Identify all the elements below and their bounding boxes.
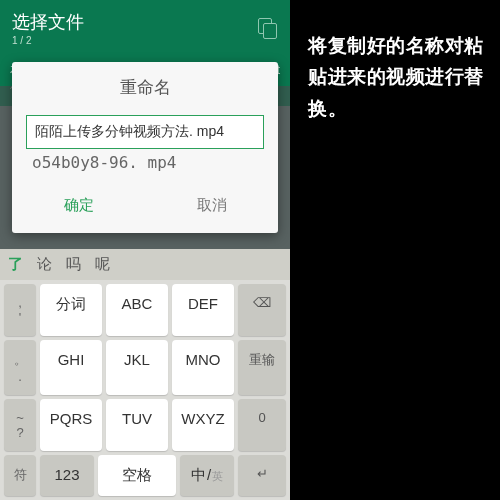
key-fenci[interactable]: 分词 xyxy=(40,284,102,336)
instruction-text: 将复制好的名称对粘贴进来的视频进行替换。 xyxy=(290,0,500,500)
backspace-key[interactable] xyxy=(238,284,286,336)
numeric-key[interactable]: 123 xyxy=(40,455,94,496)
suggestion[interactable]: 论 xyxy=(37,255,52,274)
suggestion[interactable]: 了 xyxy=(8,255,23,274)
symbol-key[interactable]: 符 xyxy=(4,455,36,496)
ok-button[interactable]: 确定 xyxy=(12,186,145,225)
space-key[interactable]: 空格 xyxy=(98,455,176,496)
header-title: 选择文件 xyxy=(12,10,84,34)
key-ghi[interactable]: GHI xyxy=(40,340,102,395)
dialog-title: 重命名 xyxy=(12,62,278,109)
suggestion-bar: 了 论 吗 呢 xyxy=(0,249,290,280)
key-punct[interactable]: 。. xyxy=(4,340,36,395)
key-pqrs[interactable]: PQRS xyxy=(40,399,102,451)
original-filename: o54b0y8-96. mp4 xyxy=(32,153,258,172)
app-header: 选择文件 1 / 2 xyxy=(0,0,290,56)
suggestion[interactable]: 吗 xyxy=(66,255,81,274)
suggestion[interactable]: 呢 xyxy=(95,255,110,274)
header-counter: 1 / 2 xyxy=(12,35,84,46)
filename-input[interactable]: 陌陌上传多分钟视频方法. mp4 xyxy=(26,115,264,149)
key-def[interactable]: DEF xyxy=(172,284,234,336)
key-tuv[interactable]: TUV xyxy=(106,399,168,451)
key-zero[interactable]: 0 xyxy=(238,399,286,451)
copy-icon[interactable] xyxy=(258,18,278,38)
rename-dialog: 重命名 陌陌上传多分钟视频方法. mp4 o54b0y8-96. mp4 确定 … xyxy=(12,62,278,233)
enter-key[interactable]: ↵ xyxy=(238,455,286,496)
key-abc[interactable]: ABC xyxy=(106,284,168,336)
key-wxyz[interactable]: WXYZ xyxy=(172,399,234,451)
retype-key[interactable]: 重输 xyxy=(238,340,286,395)
key-punct[interactable]: ~? xyxy=(4,399,36,451)
key-jkl[interactable]: JKL xyxy=(106,340,168,395)
cancel-button[interactable]: 取消 xyxy=(145,186,278,225)
keyboard: 了 论 吗 呢 ,' 分词 ABC DEF 。. GHI JKL MNO 重输 … xyxy=(0,249,290,500)
key-mno[interactable]: MNO xyxy=(172,340,234,395)
lang-toggle-key[interactable]: 中/英 xyxy=(180,455,234,496)
key-punct[interactable]: ,' xyxy=(4,284,36,336)
